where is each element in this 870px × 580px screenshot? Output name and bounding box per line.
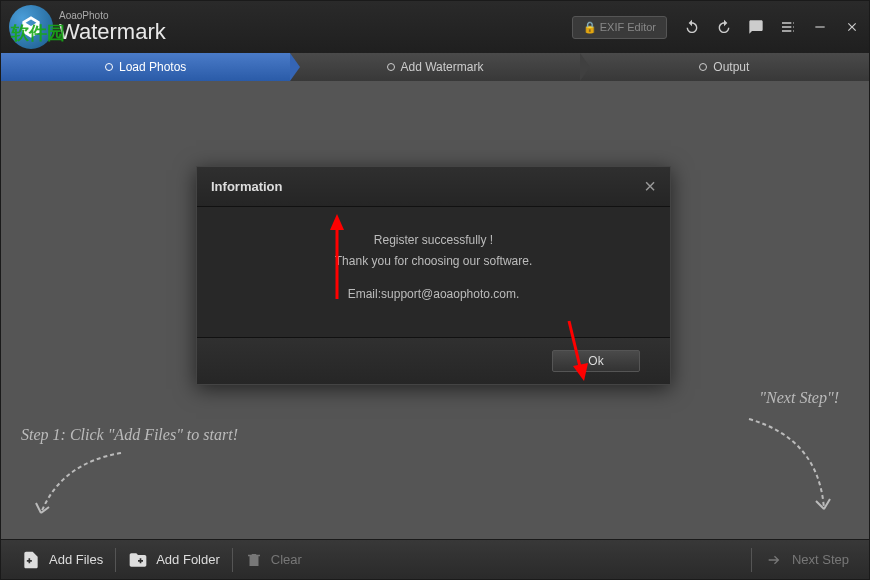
next-arrow-icon [764,552,784,568]
settings-icon[interactable] [779,18,797,36]
add-folder-icon [128,550,148,570]
minimize-button[interactable] [811,18,829,36]
steps-bar: Load Photos Add Watermark Output [1,53,869,81]
step-add-watermark[interactable]: Add Watermark [290,53,579,81]
dialog-close-icon[interactable]: × [644,175,656,198]
app-logo-icon [9,5,53,49]
information-dialog: Information × Register successfully ! Th… [196,166,671,385]
redo-icon[interactable] [715,18,733,36]
add-folder-button[interactable]: Add Folder [116,544,232,576]
dialog-titlebar: Information × [197,167,670,207]
radio-icon [699,63,707,71]
feedback-icon[interactable] [747,18,765,36]
dialog-email: Email:support@aoaophoto.com. [217,285,650,304]
brand-big: Watermark [59,21,166,43]
step-load-photos[interactable]: Load Photos [1,53,290,81]
dialog-title: Information [211,179,644,194]
undo-icon[interactable] [683,18,701,36]
ok-button[interactable]: Ok [552,350,640,372]
clear-button[interactable]: Clear [233,545,314,575]
radio-icon [387,63,395,71]
radio-icon [105,63,113,71]
hint-arrow-left-icon [21,443,141,523]
dialog-footer: Ok [197,337,670,384]
app-logo-text: AoaoPhoto Watermark [59,11,166,43]
next-step-button[interactable]: Next Step [752,546,861,574]
app-logo-area: AoaoPhoto Watermark [9,5,166,49]
step-output[interactable]: Output [580,53,869,81]
dialog-message-line2: Thank you for choosing our software. [217,252,650,271]
exif-editor-button[interactable]: 🔒 EXIF Editor [572,16,667,39]
dialog-message-line1: Register successfully ! [217,231,650,250]
dialog-body: Register successfully ! Thank you for ch… [197,207,670,337]
trash-icon [245,551,263,569]
lock-icon: 🔒 [583,21,597,33]
window-controls [683,18,861,36]
bottombar: Add Files Add Folder Clear Next Step [1,539,869,579]
svg-rect-0 [815,26,824,27]
hint-arrow-right-icon [729,409,849,519]
hint-next-step: "Next Step"! [759,389,839,407]
add-file-icon [21,550,41,570]
hint-add-files: Step 1: Click "Add Files" to start! [21,426,238,444]
close-button[interactable] [843,18,861,36]
titlebar: AoaoPhoto Watermark 🔒 EXIF Editor [1,1,869,53]
add-files-button[interactable]: Add Files [9,544,115,576]
